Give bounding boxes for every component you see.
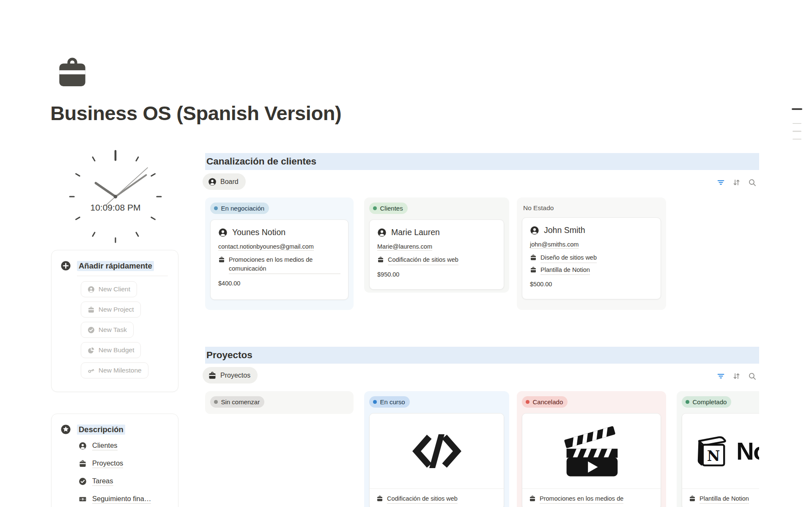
star-circle-icon: [60, 424, 71, 435]
page-briefcase-icon[interactable]: [55, 55, 90, 90]
project-link[interactable]: Plantilla de Notion: [700, 494, 749, 504]
status-dot: [686, 400, 689, 404]
board-toolbar: [716, 178, 757, 187]
briefcase-icon: [377, 256, 384, 263]
view-tab-board[interactable]: Board: [203, 173, 246, 190]
project-card-codificacion[interactable]: Codificación de sitios web: [369, 413, 504, 507]
plus-circle-icon: [60, 260, 71, 271]
link-label[interactable]: Tareas: [92, 477, 113, 486]
sort-icon[interactable]: [732, 178, 741, 187]
project-link[interactable]: Promociones en los medios de: [540, 494, 623, 504]
new-project-button[interactable]: New Project: [81, 301, 141, 318]
analog-clock-widget: [68, 149, 163, 244]
briefcase-icon: [88, 306, 95, 313]
link-label[interactable]: Clientes: [92, 441, 118, 450]
status-dot: [373, 400, 377, 404]
client-name: Younes Notion: [232, 227, 285, 237]
sidebar-link-tareas[interactable]: Tareas: [79, 477, 178, 486]
quick-add-card: Añadir rápidamente New Client New Projec…: [51, 250, 178, 392]
view-tab-label: Board: [220, 178, 239, 186]
hour-hand: [96, 183, 115, 197]
banknote-icon: [79, 495, 87, 503]
project-link[interactable]: Diseño de sitios web: [540, 253, 597, 263]
filter-icon[interactable]: [716, 372, 725, 381]
projects-board: Sin comenzar En curso: [205, 391, 759, 507]
client-card-john-smith[interactable]: John Smith john@smiths.com Diseño de sit…: [522, 217, 661, 299]
board-column-en-curso: En curso Codificación de sitios web: [364, 391, 509, 507]
person-circle-icon: [88, 286, 95, 293]
outline-line-active[interactable]: [792, 108, 802, 110]
clock-digital-time: 10:09:08 PM: [68, 203, 163, 213]
status-badge-completado[interactable]: Completado: [682, 396, 731, 408]
filter-icon[interactable]: [716, 178, 725, 187]
briefcase-icon: [530, 266, 537, 273]
clapperboard-icon: [560, 422, 623, 480]
status-badge-sin-comenzar[interactable]: Sin comenzar: [210, 396, 264, 408]
status-badge-en-curso[interactable]: En curso: [369, 396, 410, 408]
card-cover-image: [370, 414, 504, 488]
client-amount: $400.00: [218, 280, 340, 287]
person-circle-icon: [530, 226, 539, 235]
project-link[interactable]: Promociones en los medios de comunicació…: [229, 255, 340, 274]
description-card: Descripción Clientes Proyectos Tareas Se…: [51, 414, 178, 507]
status-badge-cancelado[interactable]: Cancelado: [522, 396, 568, 408]
project-link[interactable]: Codificación de sitios web: [387, 494, 458, 504]
sidebar-link-clientes[interactable]: Clientes: [79, 441, 178, 450]
code-icon: [411, 430, 463, 472]
status-badge-en-negociacion[interactable]: En negociación: [210, 203, 269, 214]
status-badge-clientes[interactable]: Clientes: [369, 203, 408, 214]
button-label: New Project: [99, 306, 134, 313]
status-label: Clientes: [380, 205, 403, 212]
client-amount: $500.00: [530, 281, 653, 288]
status-dot: [214, 206, 218, 210]
board-column-en-negociacion: En negociación Younes Notion contact.not…: [205, 197, 354, 310]
outline-line[interactable]: [793, 131, 801, 132]
page-title[interactable]: Business OS (Spanish Version): [50, 101, 341, 125]
sort-icon[interactable]: [732, 372, 741, 381]
link-label[interactable]: Seguimiento fina…: [92, 495, 151, 504]
outline-indicator[interactable]: [792, 108, 803, 146]
client-card-marie-lauren[interactable]: Marie Lauren Marie@laurens.com Codificac…: [369, 219, 504, 290]
status-label-no-estado[interactable]: No Estado: [523, 204, 554, 212]
client-email-link[interactable]: contact.notionbyounes@gmail.com: [218, 243, 314, 251]
status-dot: [214, 400, 218, 404]
status-dot: [526, 400, 529, 404]
quick-add-heading: Añadir rápidamente: [77, 261, 154, 271]
client-card-younes-notion[interactable]: Younes Notion contact.notionbyounes@gmai…: [210, 219, 348, 300]
client-name: Marie Lauren: [391, 227, 440, 237]
new-milestone-button[interactable]: New Milestone: [81, 362, 148, 378]
new-budget-button[interactable]: New Budget: [81, 342, 141, 358]
client-email-link[interactable]: Marie@laurens.com: [377, 243, 432, 251]
outline-line[interactable]: [793, 139, 801, 140]
person-circle-icon: [79, 442, 87, 450]
new-client-button[interactable]: New Client: [81, 281, 137, 297]
check-circle-icon: [79, 477, 87, 485]
svg-text:N: N: [707, 447, 720, 464]
new-task-button[interactable]: New Task: [81, 322, 134, 338]
notion-logo-icon: N: [689, 431, 730, 471]
search-icon[interactable]: [748, 372, 757, 381]
status-label: En negociación: [221, 205, 265, 212]
project-card-plantilla-notion[interactable]: N Notion Plantilla de Notion: [682, 413, 759, 507]
notion-page: Business OS (Spanish Version): [0, 0, 812, 507]
button-label: New Budget: [99, 346, 134, 354]
search-icon[interactable]: [748, 178, 757, 187]
project-link[interactable]: Plantilla de Notion: [540, 266, 590, 275]
link-label[interactable]: Proyectos: [92, 459, 123, 468]
sidebar-link-seguimiento[interactable]: Seguimiento fina…: [79, 495, 178, 504]
button-label: New Task: [99, 326, 127, 334]
briefcase-icon: [218, 256, 225, 263]
notion-wordmark: Notion: [736, 437, 759, 465]
check-circle-icon: [88, 326, 95, 334]
status-label: Sin comenzar: [221, 398, 260, 406]
view-tab-proyectos[interactable]: Proyectos: [203, 367, 258, 384]
project-card-promociones[interactable]: Promociones en los medios de: [522, 413, 661, 507]
sidebar-link-proyectos[interactable]: Proyectos: [79, 459, 178, 468]
briefcase-icon: [529, 495, 536, 502]
client-name: John Smith: [544, 225, 585, 235]
project-link[interactable]: Codificación de sitios web: [388, 255, 458, 265]
briefcase-icon: [79, 460, 87, 468]
outline-line[interactable]: [793, 123, 801, 124]
client-email-link[interactable]: john@smiths.com: [530, 241, 579, 249]
minute-hand: [115, 175, 146, 197]
